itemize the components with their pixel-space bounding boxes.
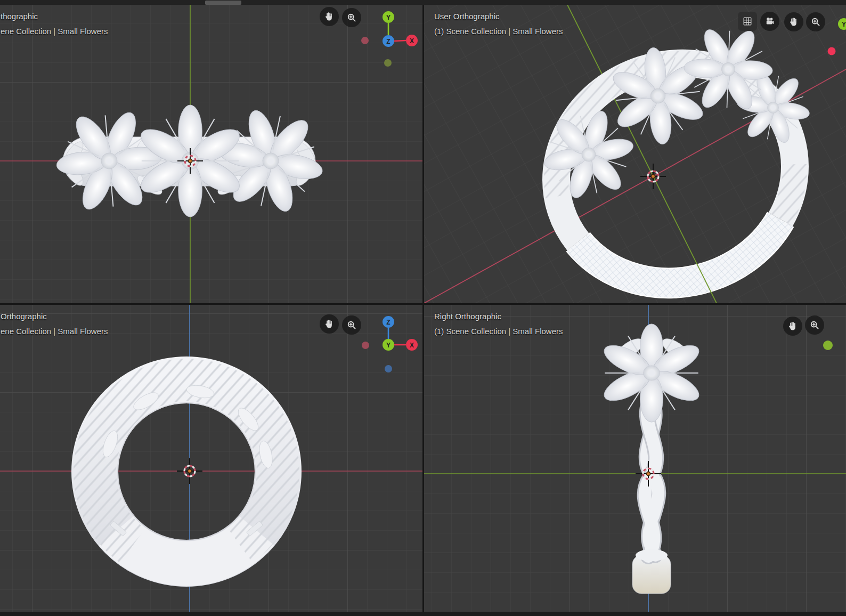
view-mode-label: User Orthographic bbox=[434, 12, 500, 21]
svg-text:X: X bbox=[410, 37, 414, 45]
gizmo-axis-z-positive[interactable]: Z bbox=[383, 316, 394, 328]
collection-breadcrumb: (1) Scene Collection | Small Flowers bbox=[434, 327, 563, 336]
svg-text:X: X bbox=[410, 342, 414, 349]
viewport-bottom-right-canvas bbox=[424, 305, 846, 612]
zoom-magnifier-icon[interactable] bbox=[806, 12, 825, 31]
viewport-top-left[interactable]: thographic ene Collection | Small Flower… bbox=[0, 5, 422, 303]
gizmo-axis-x-positive[interactable]: X bbox=[406, 35, 418, 46]
navigation-gizmo[interactable]: Y bbox=[825, 12, 846, 63]
navigation-gizmo[interactable]: Z Y X bbox=[352, 310, 422, 377]
viewport-bottom-left[interactable]: Orthographic ene Collection | Small Flow… bbox=[0, 305, 422, 612]
svg-text:Z: Z bbox=[386, 319, 390, 326]
view-mode-label: Orthographic bbox=[1, 312, 47, 321]
svg-text:Y: Y bbox=[386, 14, 391, 21]
gizmo-axis-z-negative[interactable] bbox=[385, 365, 392, 372]
top-bar bbox=[0, 0, 846, 5]
top-bar-segment bbox=[205, 1, 241, 5]
gizmo-axis-x-negative[interactable] bbox=[362, 342, 369, 349]
pan-hand-icon[interactable] bbox=[320, 7, 339, 26]
collection-breadcrumb: ene Collection | Small Flowers bbox=[1, 327, 108, 336]
svg-text:Y: Y bbox=[386, 342, 391, 349]
viewport-splitter-vertical[interactable] bbox=[422, 5, 424, 612]
view-mode-label: thographic bbox=[1, 12, 38, 21]
svg-text:Y: Y bbox=[842, 21, 846, 28]
gizmo-axis-y-positive[interactable]: Y bbox=[383, 339, 394, 351]
pan-hand-icon[interactable] bbox=[784, 12, 803, 31]
gizmo-axis-x-positive[interactable]: X bbox=[406, 339, 418, 351]
viewport-bottom-right[interactable]: Right Orthographic (1) Scene Collection … bbox=[424, 305, 846, 612]
viewport-top-right[interactable]: User Orthographic (1) Scene Collection |… bbox=[424, 5, 846, 303]
zoom-magnifier-icon[interactable] bbox=[805, 315, 824, 335]
gizmo-axis-y-positive[interactable]: Y bbox=[838, 18, 846, 30]
gizmo-axis-x-negative[interactable] bbox=[361, 37, 369, 44]
collection-breadcrumb: ene Collection | Small Flowers bbox=[1, 27, 108, 36]
gizmo-axis-z-positive[interactable]: Z bbox=[383, 35, 394, 47]
gizmo-axis-y-negative[interactable] bbox=[823, 341, 833, 350]
gizmo-axis-y-negative[interactable] bbox=[384, 59, 392, 67]
view-mode-label: Right Orthographic bbox=[434, 312, 501, 321]
viewport-top-right-canvas bbox=[424, 5, 846, 303]
grid-icon[interactable] bbox=[738, 12, 757, 31]
blender-quad-view-window: thographic ene Collection | Small Flower… bbox=[0, 0, 846, 616]
gizmo-axis-x-negative[interactable] bbox=[828, 47, 836, 55]
collection-breadcrumb: (1) Scene Collection | Small Flowers bbox=[434, 27, 563, 36]
bottom-bar bbox=[0, 612, 846, 616]
gizmo-axis-y-positive[interactable]: Y bbox=[383, 11, 394, 23]
camera-icon[interactable] bbox=[760, 12, 779, 31]
svg-text:Z: Z bbox=[386, 38, 390, 45]
viewport-splitter-horizontal[interactable] bbox=[0, 303, 846, 305]
pan-hand-icon[interactable] bbox=[320, 314, 339, 334]
navigation-gizmo[interactable]: Y Z X bbox=[352, 5, 422, 76]
navigation-gizmo[interactable] bbox=[818, 336, 840, 357]
pan-hand-icon[interactable] bbox=[783, 317, 802, 336]
